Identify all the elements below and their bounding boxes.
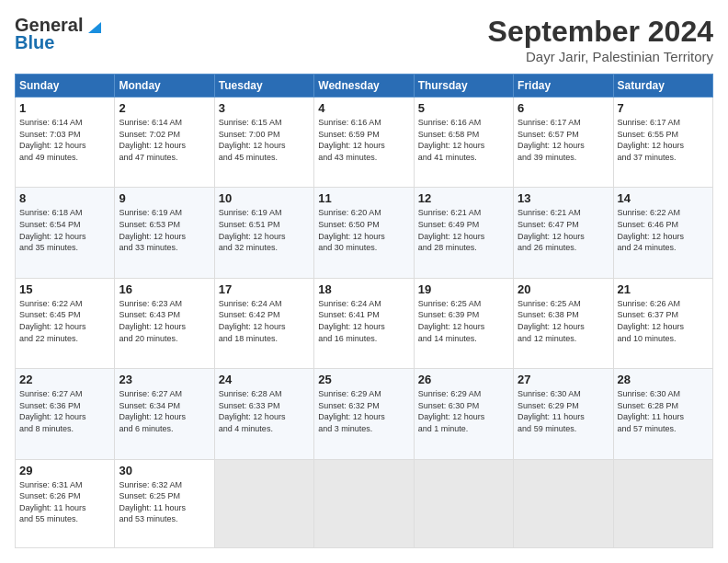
day-number: 29 xyxy=(19,464,110,477)
day-info: Sunrise: 6:29 AMSunset: 6:32 PMDaylight:… xyxy=(318,388,409,434)
day-info: Sunrise: 6:25 AMSunset: 6:39 PMDaylight:… xyxy=(418,298,509,344)
day-info: Sunrise: 6:16 AMSunset: 6:59 PMDaylight:… xyxy=(318,117,409,163)
page: General Blue September 2024 Dayr Jarir, … xyxy=(0,0,728,563)
day-info: Sunrise: 6:21 AMSunset: 6:49 PMDaylight:… xyxy=(418,207,509,253)
day-number: 24 xyxy=(219,373,310,386)
logo: General Blue xyxy=(15,15,101,53)
day-info: Sunrise: 6:32 AMSunset: 6:25 PMDaylight:… xyxy=(119,479,210,525)
table-row: 12 Sunrise: 6:21 AMSunset: 6:49 PMDaylig… xyxy=(414,188,513,278)
table-row: 8 Sunrise: 6:18 AMSunset: 6:54 PMDayligh… xyxy=(16,188,115,278)
table-row: 4 Sunrise: 6:16 AMSunset: 6:59 PMDayligh… xyxy=(314,98,414,188)
day-info: Sunrise: 6:29 AMSunset: 6:30 PMDaylight:… xyxy=(418,388,509,434)
calendar-table: Sunday Monday Tuesday Wednesday Thursday… xyxy=(15,74,713,548)
day-number: 5 xyxy=(418,101,509,115)
table-row: 14 Sunrise: 6:22 AMSunset: 6:46 PMDaylig… xyxy=(613,188,712,278)
day-info: Sunrise: 6:15 AMSunset: 7:00 PMDaylight:… xyxy=(219,117,310,163)
day-number: 7 xyxy=(618,101,709,115)
day-number: 21 xyxy=(618,282,709,296)
table-row: 5 Sunrise: 6:16 AMSunset: 6:58 PMDayligh… xyxy=(414,98,513,188)
table-row: 18 Sunrise: 6:24 AMSunset: 6:41 PMDaylig… xyxy=(314,278,414,368)
day-number: 12 xyxy=(418,191,509,205)
table-row: 30 Sunrise: 6:32 AMSunset: 6:25 PMDaylig… xyxy=(115,459,214,547)
table-row: 1 Sunrise: 6:14 AMSunset: 7:03 PMDayligh… xyxy=(16,98,115,188)
day-info: Sunrise: 6:24 AMSunset: 6:42 PMDaylight:… xyxy=(219,298,310,344)
table-row: 29 Sunrise: 6:31 AMSunset: 6:26 PMDaylig… xyxy=(16,459,115,547)
day-info: Sunrise: 6:30 AMSunset: 6:29 PMDaylight:… xyxy=(518,388,609,434)
logo-icon xyxy=(85,17,101,33)
col-wednesday: Wednesday xyxy=(314,75,414,98)
col-saturday: Saturday xyxy=(613,75,712,98)
col-tuesday: Tuesday xyxy=(214,75,313,98)
table-row xyxy=(414,459,513,547)
day-info: Sunrise: 6:17 AMSunset: 6:55 PMDaylight:… xyxy=(618,117,709,163)
day-number: 16 xyxy=(119,282,210,296)
day-number: 18 xyxy=(318,282,409,296)
logo-blue: Blue xyxy=(15,32,54,53)
day-number: 6 xyxy=(518,101,609,115)
day-info: Sunrise: 6:30 AMSunset: 6:28 PMDaylight:… xyxy=(618,388,709,434)
day-number: 25 xyxy=(318,373,409,386)
col-thursday: Thursday xyxy=(414,75,513,98)
table-row: 16 Sunrise: 6:23 AMSunset: 6:43 PMDaylig… xyxy=(115,278,214,368)
col-sunday: Sunday xyxy=(16,75,115,98)
day-number: 1 xyxy=(19,101,110,115)
day-number: 27 xyxy=(518,373,609,386)
col-friday: Friday xyxy=(514,75,613,98)
subtitle: Dayr Jarir, Palestinian Territory xyxy=(488,49,713,64)
day-number: 20 xyxy=(518,282,609,296)
day-info: Sunrise: 6:23 AMSunset: 6:43 PMDaylight:… xyxy=(119,298,210,344)
table-row: 3 Sunrise: 6:15 AMSunset: 7:00 PMDayligh… xyxy=(214,98,313,188)
title-block: September 2024 Dayr Jarir, Palestinian T… xyxy=(488,15,713,64)
table-row: 13 Sunrise: 6:21 AMSunset: 6:47 PMDaylig… xyxy=(514,188,613,278)
day-number: 10 xyxy=(219,191,310,205)
day-number: 11 xyxy=(318,191,409,205)
day-info: Sunrise: 6:28 AMSunset: 6:33 PMDaylight:… xyxy=(219,388,310,434)
day-info: Sunrise: 6:19 AMSunset: 6:51 PMDaylight:… xyxy=(219,207,310,253)
day-info: Sunrise: 6:27 AMSunset: 6:36 PMDaylight:… xyxy=(19,388,110,434)
main-title: September 2024 xyxy=(488,15,713,49)
day-number: 19 xyxy=(418,282,509,296)
table-row: 20 Sunrise: 6:25 AMSunset: 6:38 PMDaylig… xyxy=(514,278,613,368)
day-info: Sunrise: 6:20 AMSunset: 6:50 PMDaylight:… xyxy=(318,207,409,253)
table-row: 25 Sunrise: 6:29 AMSunset: 6:32 PMDaylig… xyxy=(314,369,414,459)
day-info: Sunrise: 6:19 AMSunset: 6:53 PMDaylight:… xyxy=(119,207,210,253)
calendar-header-row: Sunday Monday Tuesday Wednesday Thursday… xyxy=(16,75,713,98)
table-row: 11 Sunrise: 6:20 AMSunset: 6:50 PMDaylig… xyxy=(314,188,414,278)
day-number: 4 xyxy=(318,101,409,115)
table-row: 10 Sunrise: 6:19 AMSunset: 6:51 PMDaylig… xyxy=(214,188,313,278)
table-row: 17 Sunrise: 6:24 AMSunset: 6:42 PMDaylig… xyxy=(214,278,313,368)
table-row: 26 Sunrise: 6:29 AMSunset: 6:30 PMDaylig… xyxy=(414,369,513,459)
day-number: 28 xyxy=(618,373,709,386)
day-number: 3 xyxy=(219,101,310,115)
day-info: Sunrise: 6:16 AMSunset: 6:58 PMDaylight:… xyxy=(418,117,509,163)
svg-marker-0 xyxy=(88,22,101,33)
day-number: 22 xyxy=(19,373,110,386)
table-row: 15 Sunrise: 6:22 AMSunset: 6:45 PMDaylig… xyxy=(16,278,115,368)
day-info: Sunrise: 6:27 AMSunset: 6:34 PMDaylight:… xyxy=(119,388,210,434)
table-row xyxy=(314,459,414,547)
day-info: Sunrise: 6:25 AMSunset: 6:38 PMDaylight:… xyxy=(518,298,609,344)
table-row: 23 Sunrise: 6:27 AMSunset: 6:34 PMDaylig… xyxy=(115,369,214,459)
day-info: Sunrise: 6:21 AMSunset: 6:47 PMDaylight:… xyxy=(518,207,609,253)
table-row: 19 Sunrise: 6:25 AMSunset: 6:39 PMDaylig… xyxy=(414,278,513,368)
day-number: 8 xyxy=(19,191,110,205)
day-info: Sunrise: 6:22 AMSunset: 6:45 PMDaylight:… xyxy=(19,298,110,344)
day-number: 2 xyxy=(119,101,210,115)
table-row: 27 Sunrise: 6:30 AMSunset: 6:29 PMDaylig… xyxy=(514,369,613,459)
day-number: 30 xyxy=(119,464,210,477)
day-info: Sunrise: 6:24 AMSunset: 6:41 PMDaylight:… xyxy=(318,298,409,344)
table-row: 2 Sunrise: 6:14 AMSunset: 7:02 PMDayligh… xyxy=(115,98,214,188)
day-number: 17 xyxy=(219,282,310,296)
table-row: 7 Sunrise: 6:17 AMSunset: 6:55 PMDayligh… xyxy=(613,98,712,188)
day-number: 9 xyxy=(119,191,210,205)
table-row: 6 Sunrise: 6:17 AMSunset: 6:57 PMDayligh… xyxy=(514,98,613,188)
day-number: 15 xyxy=(19,282,110,296)
table-row: 28 Sunrise: 6:30 AMSunset: 6:28 PMDaylig… xyxy=(613,369,712,459)
table-row: 9 Sunrise: 6:19 AMSunset: 6:53 PMDayligh… xyxy=(115,188,214,278)
day-number: 13 xyxy=(518,191,609,205)
day-info: Sunrise: 6:22 AMSunset: 6:46 PMDaylight:… xyxy=(618,207,709,253)
table-row: 21 Sunrise: 6:26 AMSunset: 6:37 PMDaylig… xyxy=(613,278,712,368)
day-number: 26 xyxy=(418,373,509,386)
day-info: Sunrise: 6:17 AMSunset: 6:57 PMDaylight:… xyxy=(518,117,609,163)
day-info: Sunrise: 6:14 AMSunset: 7:03 PMDaylight:… xyxy=(19,117,110,163)
